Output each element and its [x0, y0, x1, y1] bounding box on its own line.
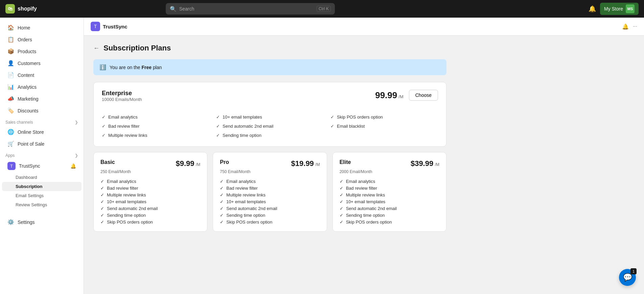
sidebar-subitem-review-settings[interactable]: Review Settings — [2, 200, 82, 209]
sidebar-item-label: Marketing — [18, 96, 38, 102]
enterprise-choose-button[interactable]: Choose — [409, 90, 438, 101]
sidebar-subitem-subscription[interactable]: Subscription — [2, 182, 82, 191]
sidebar-item-content[interactable]: 📄 Content — [2, 69, 82, 81]
logo: 🛍 shopify — [5, 4, 37, 14]
sidebar-item-customers[interactable]: 👤 Customers — [2, 57, 82, 69]
check-icon: ✓ — [102, 114, 106, 120]
enterprise-plan-price-right: 99.99 /M Choose — [375, 90, 438, 101]
sidebar-item-online-store[interactable]: 🌐 Online Store — [2, 126, 82, 138]
sidebar-item-label: Analytics — [18, 84, 37, 90]
main-content: T TrustSync 🔔 ··· ← Subscription Plans ℹ… — [84, 18, 644, 294]
marketing-icon: 📣 — [7, 96, 14, 102]
pro-f4: ✓10+ email templates — [220, 199, 320, 204]
sidebar-item-discounts[interactable]: 🏷️ Discounts — [2, 105, 82, 117]
notification-bell-icon[interactable]: 🔔 — [589, 5, 596, 13]
page-title-row: ← Subscription Plans — [93, 44, 446, 52]
check-icon: ✓ — [220, 199, 224, 204]
app-header-right: 🔔 ··· — [622, 23, 637, 30]
feature-sending-time: ✓ Sending time option — [216, 132, 324, 139]
feature-label: Bad review filter — [108, 124, 139, 129]
back-button[interactable]: ← — [93, 45, 99, 52]
review-settings-label: Review Settings — [16, 202, 47, 207]
check-icon: ✓ — [100, 219, 104, 225]
dashboard-label: Dashboard — [16, 175, 37, 180]
enterprise-plan-card: Enterprise 10000 Emails/Month 99.99 /M C… — [93, 82, 446, 147]
search-input[interactable] — [179, 6, 314, 12]
enterprise-price-amount: 99.99 — [375, 90, 397, 101]
small-plans-row: Basic $9.99 /M 250 Email/Month ✓Email an… — [93, 152, 446, 232]
store-button[interactable]: My Store MS — [600, 3, 639, 15]
sidebar-item-label: Products — [18, 49, 36, 54]
avatar: MS — [626, 4, 635, 13]
sidebar-item-marketing[interactable]: 📣 Marketing — [2, 93, 82, 105]
feature-label: Send automatic 2nd email — [223, 124, 273, 129]
expand-icon[interactable]: ❯ — [75, 120, 78, 125]
chat-button[interactable]: 💬 1 — [619, 269, 636, 286]
sidebar-item-label: Home — [18, 25, 30, 30]
pro-plan-price-wrap: $19.99 /M — [291, 159, 320, 168]
feature-10-templates: ✓ 10+ email templates — [216, 113, 324, 121]
check-icon: ✓ — [100, 213, 104, 218]
sidebar-item-trustsync[interactable]: T TrustSync 🔔 — [2, 159, 82, 173]
basic-plan-price-wrap: $9.99 /M — [176, 159, 200, 168]
basic-features: ✓Email analytics ✓Bad review filter ✓Mul… — [100, 179, 200, 225]
basic-f7: ✓Skip POS orders option — [100, 219, 200, 225]
sidebar-item-label: Content — [18, 72, 34, 78]
sidebar-item-analytics[interactable]: 📊 Analytics — [2, 81, 82, 93]
home-icon: 🏠 — [7, 24, 14, 31]
sales-channels-label: Sales channels — [5, 120, 33, 125]
check-icon: ✓ — [220, 179, 224, 184]
top-navigation: 🛍 shopify 🔍 Ctrl K 🔔 My Store MS — [0, 0, 644, 18]
check-icon: ✓ — [100, 199, 104, 204]
discounts-icon: 🏷️ — [7, 107, 14, 114]
header-bell-icon[interactable]: 🔔 — [622, 23, 629, 30]
check-icon: ✓ — [100, 186, 104, 191]
check-icon: ✓ — [340, 206, 343, 211]
layout: 🏠 Home 📋 Orders 📦 Products 👤 Customers 📄… — [0, 18, 644, 294]
header-more-icon[interactable]: ··· — [633, 23, 637, 29]
pro-f1: ✓Email analytics — [220, 179, 320, 184]
search-bar[interactable]: 🔍 Ctrl K — [166, 3, 335, 15]
sidebar-subitem-email-settings[interactable]: Email Settings — [2, 191, 82, 200]
info-banner: ℹ️ You are on the Free plan — [93, 59, 446, 75]
sidebar-item-home[interactable]: 🏠 Home — [2, 22, 82, 34]
sidebar-item-point-of-sale[interactable]: 🛒 Point of Sale — [2, 138, 82, 150]
pro-f6: ✓Sending time option — [220, 213, 320, 218]
check-icon: ✓ — [340, 192, 343, 197]
enterprise-plan-header: Enterprise 10000 Emails/Month 99.99 /M C… — [102, 90, 438, 108]
basic-f3: ✓Multiple review links — [100, 192, 200, 197]
sidebar-item-products[interactable]: 📦 Products — [2, 45, 82, 57]
enterprise-features-grid: ✓ Email analytics ✓ 10+ email templates … — [102, 113, 438, 139]
elite-f6: ✓Sending time option — [340, 213, 439, 218]
pro-f5: ✓Send automatic 2nd email — [220, 206, 320, 211]
basic-plan-card: Basic $9.99 /M 250 Email/Month ✓Email an… — [93, 152, 207, 232]
basic-emails: 250 Email/Month — [100, 169, 200, 174]
enterprise-price-period: /M — [398, 94, 403, 99]
topnav-right: 🔔 My Store MS — [589, 3, 639, 15]
sidebar-item-settings[interactable]: ⚙️ Settings — [2, 216, 82, 228]
elite-emails: 2000 Email/Month — [340, 169, 439, 174]
check-icon: ✓ — [102, 133, 106, 138]
enterprise-plan-price: 99.99 /M — [375, 90, 404, 101]
shopify-bag-icon: 🛍 — [5, 4, 15, 14]
app-header: T TrustSync 🔔 ··· — [84, 18, 644, 36]
check-icon: ✓ — [216, 133, 220, 138]
products-icon: 📦 — [7, 48, 14, 55]
pos-icon: 🛒 — [7, 141, 14, 147]
logo-text: shopify — [18, 6, 37, 12]
elite-period: /M — [435, 162, 439, 167]
feature-label: Multiple review links — [108, 133, 147, 138]
sidebar-item-orders[interactable]: 📋 Orders — [2, 34, 82, 45]
elite-plan-header: Elite $39.99 /M — [340, 159, 439, 168]
sidebar-subitem-dashboard[interactable]: Dashboard — [2, 173, 82, 182]
settings-icon: ⚙️ — [7, 219, 14, 225]
check-icon: ✓ — [340, 186, 343, 191]
pro-plan-name: Pro — [220, 159, 229, 165]
check-icon: ✓ — [340, 179, 343, 184]
page-content: ← Subscription Plans ℹ️ You are on the F… — [84, 36, 456, 240]
app-icon: T — [91, 22, 100, 31]
customers-icon: 👤 — [7, 60, 14, 66]
sidebar-item-label: Customers — [18, 61, 41, 66]
elite-features: ✓Email analytics ✓Bad review filter ✓Mul… — [340, 179, 439, 225]
apps-expand-icon[interactable]: ❯ — [75, 153, 78, 158]
